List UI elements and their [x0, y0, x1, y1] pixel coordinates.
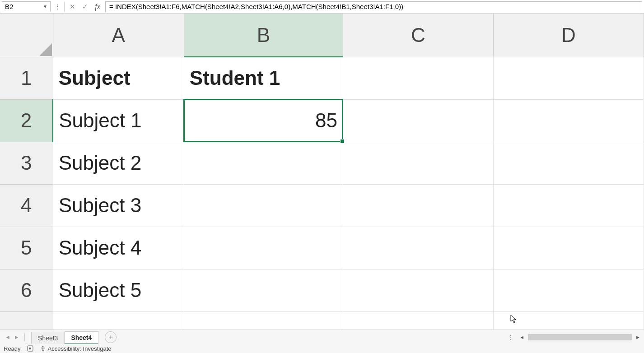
cell-C5[interactable] [343, 227, 493, 269]
row-header-5[interactable]: 5 [0, 227, 53, 269]
grid-row: 1 Subject Student 1 [0, 57, 644, 99]
cell-D3[interactable] [493, 142, 644, 184]
column-header-C[interactable]: C [343, 14, 493, 57]
formula-text: = INDEX(Sheet3!A1:F6,MATCH(Sheet4!A2,She… [109, 3, 403, 10]
row-header-4[interactable]: 4 [0, 184, 53, 227]
cell-D1[interactable] [493, 57, 644, 99]
column-header-A[interactable]: A [53, 14, 184, 57]
formula-input[interactable]: = INDEX(Sheet3!A1:F6,MATCH(Sheet4!A2,She… [105, 1, 642, 12]
sheet-tab-sheet4[interactable]: Sheet4 [65, 331, 98, 344]
cell-A3[interactable]: Subject 2 [53, 142, 184, 184]
insert-function-button[interactable]: fx [93, 2, 103, 12]
cancel-formula-button[interactable]: ✕ [67, 2, 77, 12]
fx-icon: fx [95, 3, 100, 11]
cell-B7[interactable] [184, 311, 343, 330]
row-header-7[interactable] [0, 311, 53, 330]
spreadsheet-grid[interactable]: A B C D 1 Subject Student 1 2 Subject 1 … [0, 14, 644, 330]
sheet-tab-bar: ◄ ► Sheet3 Sheet4 + ⋮ ◄ ► [0, 330, 644, 344]
cell-D2[interactable] [493, 99, 644, 142]
cell-B6[interactable] [184, 269, 343, 311]
cell-A1[interactable]: Subject [53, 57, 184, 99]
scroll-options-icon[interactable]: ⋮ [506, 334, 516, 341]
formula-bar-options-icon[interactable]: ⋮ [53, 3, 61, 10]
cell-C3[interactable] [343, 142, 493, 184]
row-header-1[interactable]: 1 [0, 57, 53, 99]
status-bar: Ready Accessibility: Investigate [0, 344, 644, 353]
tab-nav-prev-button[interactable]: ◄ [4, 333, 12, 341]
horizontal-scrollbar[interactable] [528, 334, 632, 340]
divider [64, 2, 65, 12]
svg-rect-1 [29, 348, 31, 349]
enter-formula-button[interactable]: ✓ [80, 2, 90, 12]
cell-C7[interactable] [343, 311, 493, 330]
status-ready: Ready [4, 345, 21, 352]
grid-row: 3 Subject 2 [0, 142, 644, 184]
cell-D6[interactable] [493, 269, 644, 311]
svg-point-2 [42, 346, 43, 348]
cell-B2[interactable]: 85 [184, 99, 343, 142]
plus-icon: + [109, 333, 113, 341]
macro-record-icon[interactable] [27, 345, 33, 352]
row-header-6[interactable]: 6 [0, 269, 53, 311]
cell-B5[interactable] [184, 227, 343, 269]
grid-row: 6 Subject 5 [0, 269, 644, 311]
cell-B4[interactable] [184, 184, 343, 227]
check-icon: ✓ [82, 3, 88, 11]
grid-row [0, 311, 644, 330]
tab-nav: ◄ ► [0, 333, 31, 341]
scroll-left-button[interactable]: ◄ [518, 334, 525, 341]
name-box[interactable]: B2 ▼ [2, 1, 51, 12]
cell-A5[interactable]: Subject 4 [53, 227, 184, 269]
scrollbar-thumb[interactable] [528, 334, 632, 340]
cell-A4[interactable]: Subject 3 [53, 184, 184, 227]
accessibility-label: Accessibility: Investigate [48, 345, 112, 352]
cell-D7[interactable] [493, 311, 644, 330]
cell-C4[interactable] [343, 184, 493, 227]
cell-A6[interactable]: Subject 5 [53, 269, 184, 311]
cell-D5[interactable] [493, 227, 644, 269]
row-header-3[interactable]: 3 [0, 142, 53, 184]
sheet-tab-sheet3[interactable]: Sheet3 [31, 332, 65, 344]
horizontal-scroll-area: ⋮ ◄ ► [506, 334, 644, 341]
formula-bar: B2 ▼ ⋮ ✕ ✓ fx = INDEX(Sheet3!A1:F6,MATCH… [0, 0, 644, 14]
cell-D4[interactable] [493, 184, 644, 227]
new-sheet-button[interactable]: + [105, 331, 117, 343]
cell-B1[interactable]: Student 1 [184, 57, 343, 99]
accessibility-status[interactable]: Accessibility: Investigate [40, 345, 112, 352]
x-icon: ✕ [70, 3, 75, 11]
column-header-B[interactable]: B [184, 14, 343, 57]
grid-row: 4 Subject 3 [0, 184, 644, 227]
cell-C1[interactable] [343, 57, 493, 99]
column-header-D[interactable]: D [493, 14, 644, 57]
divider [24, 333, 25, 341]
tab-nav-next-button[interactable]: ► [13, 333, 21, 341]
cell-A2[interactable]: Subject 1 [53, 99, 184, 142]
grid-row: 2 Subject 1 85 [0, 99, 644, 142]
cell-A7[interactable] [53, 311, 184, 330]
cell-B3[interactable] [184, 142, 343, 184]
row-header-2[interactable]: 2 [0, 99, 53, 142]
sheet-tabs: Sheet3 Sheet4 [31, 330, 98, 344]
cell-C2[interactable] [343, 99, 493, 142]
name-box-value: B2 [5, 3, 43, 10]
grid-row: 5 Subject 4 [0, 227, 644, 269]
chevron-down-icon[interactable]: ▼ [43, 4, 47, 9]
select-all-triangle-icon [39, 43, 52, 56]
scroll-right-button[interactable]: ► [635, 334, 641, 341]
cell-C6[interactable] [343, 269, 493, 311]
select-all-corner[interactable] [0, 14, 53, 57]
